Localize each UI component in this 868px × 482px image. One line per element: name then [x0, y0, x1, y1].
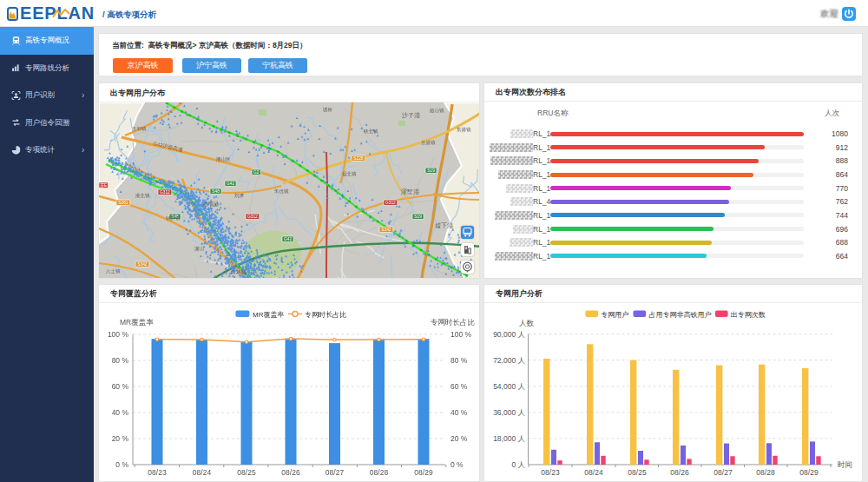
svg-text:潇山: 潇山 — [194, 246, 204, 252]
svg-text:八士镇: 八士镇 — [106, 268, 121, 274]
svg-text:08/27: 08/27 — [326, 468, 345, 477]
svg-text:刘潭: 刘潭 — [233, 193, 245, 199]
svg-text:S19: S19 — [427, 168, 435, 173]
svg-text:占用专网非高铁用户: 占用专网非高铁用户 — [648, 311, 711, 319]
svg-text:钱归镇: 钱归镇 — [165, 215, 181, 221]
svg-text:60 %: 60 % — [450, 382, 468, 391]
svg-text:54,000 人: 54,000 人 — [493, 382, 525, 391]
svg-text:东港镇: 东港镇 — [456, 127, 471, 133]
svg-text:南水镇: 南水镇 — [231, 269, 247, 274]
svg-text:超山镇: 超山镇 — [430, 108, 444, 114]
svg-text:G312: G312 — [160, 190, 170, 195]
svg-text:08/26: 08/26 — [281, 468, 300, 477]
svg-text:36,000 人: 36,000 人 — [493, 408, 525, 417]
svg-text:丛港镇: 丛港镇 — [421, 140, 436, 146]
svg-text:时间: 时间 — [838, 460, 852, 469]
svg-text:人数: 人数 — [519, 319, 535, 327]
svg-text:G312: G312 — [385, 201, 396, 205]
svg-text:港北镇: 港北镇 — [135, 193, 150, 199]
svg-text:墟下港: 墟下港 — [435, 222, 454, 229]
svg-text:18,000 人: 18,000 人 — [493, 434, 525, 443]
svg-text:100 %: 100 % — [450, 330, 472, 339]
svg-text:福北镇: 福北镇 — [342, 171, 357, 177]
svg-text:MR覆盖率: MR覆盖率 — [120, 318, 154, 327]
svg-text:20 %: 20 % — [112, 434, 129, 443]
svg-text:运堖港: 运堖港 — [202, 201, 220, 208]
svg-text:20 %: 20 % — [450, 434, 468, 443]
svg-text:灌墅港: 灌墅港 — [401, 188, 420, 195]
svg-text:S48: S48 — [212, 189, 220, 194]
svg-text:60 %: 60 % — [112, 382, 129, 391]
svg-text:0 %: 0 % — [115, 460, 128, 469]
svg-text:72,000 人: 72,000 人 — [493, 356, 525, 365]
svg-text:08/27: 08/27 — [713, 468, 733, 477]
svg-text:专网用户: 专网用户 — [601, 311, 628, 319]
svg-text:40 %: 40 % — [112, 408, 129, 417]
svg-text:专网时长占比: 专网时长占比 — [305, 311, 346, 319]
svg-text:塘桥: 塘桥 — [322, 107, 333, 113]
svg-text:08/29: 08/29 — [799, 468, 819, 477]
svg-text:40 %: 40 % — [450, 408, 468, 417]
svg-text:08/25: 08/25 — [628, 468, 647, 477]
svg-text:专网时长占比: 专网时长占比 — [431, 318, 476, 327]
svg-text:G42: G42 — [227, 182, 234, 186]
svg-text:80 %: 80 % — [112, 356, 129, 365]
svg-text:硖北镇: 硖北镇 — [363, 129, 378, 135]
svg-text:08/24: 08/24 — [193, 468, 212, 477]
svg-text:08/28: 08/28 — [370, 468, 389, 477]
svg-text:0 人: 0 人 — [511, 460, 525, 469]
svg-text:08/23: 08/23 — [148, 468, 167, 477]
svg-text:朱优镇: 朱优镇 — [274, 188, 289, 195]
svg-text:08/25: 08/25 — [237, 468, 256, 477]
svg-text:08/24: 08/24 — [584, 468, 603, 477]
svg-text:G42: G42 — [284, 237, 292, 241]
svg-text:08/23: 08/23 — [541, 468, 560, 477]
svg-text:S19: S19 — [414, 215, 422, 219]
svg-text:08/26: 08/26 — [670, 468, 689, 477]
svg-text:90,000 人: 90,000 人 — [493, 330, 525, 339]
svg-text:潘山区: 潘山区 — [216, 156, 231, 162]
svg-text:MR覆盖率: MR覆盖率 — [253, 311, 284, 319]
svg-text:100 %: 100 % — [108, 330, 129, 339]
svg-text:G312: G312 — [247, 215, 258, 219]
svg-text:沙子港: 沙子港 — [402, 112, 421, 119]
svg-text:出专网次数: 出专网次数 — [731, 311, 766, 319]
svg-text:苏E: 苏E — [100, 183, 107, 188]
svg-text:S342: S342 — [381, 228, 391, 232]
svg-text:S261: S261 — [118, 201, 128, 205]
svg-text:S342: S342 — [137, 262, 148, 267]
svg-text:G2: G2 — [253, 170, 260, 175]
svg-text:S228: S228 — [353, 156, 364, 161]
svg-text:80 %: 80 % — [450, 356, 468, 365]
svg-text:0 %: 0 % — [450, 460, 464, 469]
svg-text:08/29: 08/29 — [414, 468, 433, 477]
svg-text:玉祁镇: 玉祁镇 — [132, 126, 147, 131]
svg-text:08/28: 08/28 — [756, 468, 775, 477]
